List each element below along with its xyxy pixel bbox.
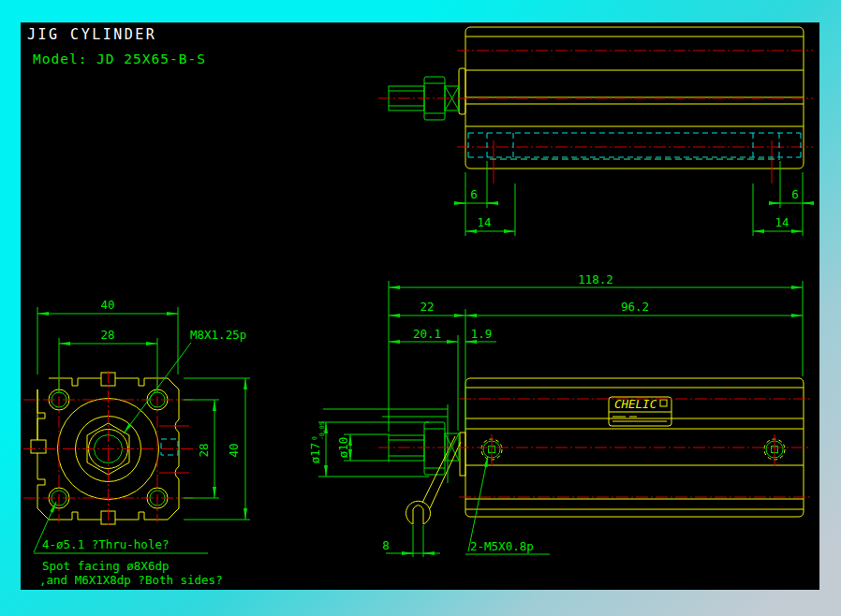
dim-body-length: 96.2 [621,300,649,314]
dim-20-1: 20.1 [413,327,441,341]
cad-window: JIG CYLINDER Model: JD 25X65-B-S [0,0,841,616]
note-both-sides: ,and M6X1X8dp ?Both sides? [39,573,223,587]
rod-dia-tol-upper: 0 [311,436,318,440]
thread-label: M8X1.25p [190,328,246,342]
dim-top-right-14: 14 [775,215,789,229]
dim-front-width: 40 [100,298,114,312]
rod-dia-tol-lower: -0.05 [318,421,326,440]
dim-overall-length: 118.2 [578,272,613,286]
dim-front-bolt-h: 28 [100,328,114,342]
dim-front-bolt-v: 28 [197,443,211,457]
dim-rod-extension: 22 [420,300,434,314]
dim-front-height: 40 [227,443,241,457]
drawing-title: JIG CYLINDER [27,26,156,43]
dim-1-9: 1.9 [471,327,493,341]
port-label: 2-M5X0.8p [470,539,534,553]
note-spot-facing: Spot facing ø8X6dp [42,559,169,573]
model-label: Model: JD 25X65-B-S [33,51,206,66]
dim-top-left-14: 14 [477,215,491,229]
dim-wrench-flat: 8 [382,538,390,552]
dim-top-right-6: 6 [791,187,799,201]
dim-rod-diameter: ø17 [308,443,322,464]
note-thru-hole: 4-ø5.1 ?Thru-hole? [42,537,169,551]
dim-piston-diameter: ø10 [336,437,350,459]
dim-top-left-6: 6 [470,187,478,201]
